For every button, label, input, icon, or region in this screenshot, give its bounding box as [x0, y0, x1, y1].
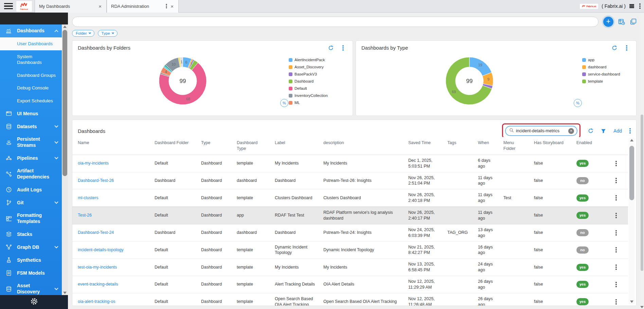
- window-kebab-icon[interactable]: [639, 5, 641, 7]
- sidebar-item-label: UI Menus: [17, 111, 58, 117]
- hamburger-menu-icon[interactable]: [4, 3, 13, 9]
- fabrix-logo[interactable]: Fabrix.ai: [16, 1, 32, 12]
- row-kebab-icon[interactable]: [607, 249, 625, 251]
- table-scrollbar[interactable]: [629, 138, 635, 304]
- copy-view-icon[interactable]: [630, 18, 637, 25]
- sidebar-item-stacks[interactable]: Stacks: [0, 228, 62, 241]
- sidebar-item-pipelines[interactable]: Pipelines: [0, 152, 62, 165]
- sidebar-item-ui-menus[interactable]: UI Menus: [0, 107, 62, 120]
- scroll-down-arrow-icon[interactable]: [63, 292, 67, 294]
- sidebar-item-datasets[interactable]: Datasets: [0, 120, 62, 133]
- legend-item-Default[interactable]: Default: [289, 86, 328, 90]
- scrollbar-thumb[interactable]: [641, 115, 643, 271]
- sidebar-subitem-user-dashboards[interactable]: User Dashboards: [0, 37, 62, 50]
- dashboard-name-link[interactable]: test-oia-my-incidents: [78, 265, 117, 270]
- scrollbar-thumb[interactable]: [629, 146, 634, 200]
- scroll-up-arrow-icon[interactable]: [630, 139, 633, 141]
- refresh-icon[interactable]: [612, 45, 617, 51]
- legend-item-InventoryCollection[interactable]: InventoryCollection: [289, 93, 328, 98]
- legend-item-Asset_Discovery[interactable]: Asset_Discovery: [289, 65, 328, 69]
- dashboard-name-link[interactable]: oia-my-incidents: [78, 161, 109, 166]
- dashboard-name-link[interactable]: incident-details-topology: [78, 247, 124, 252]
- dashboard-name-link[interactable]: Test-26: [78, 213, 92, 218]
- row-kebab-icon[interactable]: [607, 197, 625, 199]
- sidebar-settings-button[interactable]: [0, 295, 68, 309]
- cell-label: Alert Tracking Details: [269, 279, 318, 290]
- cell-when: 16 days ago: [472, 242, 498, 259]
- legend-item-dashboard[interactable]: dashboard: [582, 65, 620, 69]
- refresh-icon[interactable]: [328, 45, 334, 51]
- scheduled-view-icon[interactable]: [618, 18, 625, 25]
- row-kebab-icon[interactable]: [607, 284, 625, 285]
- cell-enabled: yes: [571, 293, 602, 306]
- legend-item-service-dashboard[interactable]: service-dashboard: [582, 72, 620, 76]
- filter-chip-type[interactable]: Type: [98, 30, 118, 37]
- sidebar-item-asset-discovery[interactable]: Asset Discovery: [0, 279, 62, 295]
- chevron-down-icon: [54, 286, 58, 290]
- dashboard-name-link[interactable]: event-tracking-details: [78, 282, 118, 287]
- row-kebab-icon[interactable]: [607, 232, 625, 234]
- sidebar-item-fsm-models[interactable]: FSM Models: [0, 267, 62, 279]
- legend-item-app[interactable]: app: [582, 58, 620, 62]
- tab-kebab-icon[interactable]: [166, 5, 167, 6]
- scroll-down-arrow-icon[interactable]: [640, 306, 644, 308]
- dashboard-name-link[interactable]: Dashboard-Test-26: [78, 178, 114, 183]
- sidebar-item-graph-db[interactable]: Graph DB: [0, 241, 62, 254]
- table-search-input[interactable]: [516, 128, 566, 133]
- row-kebab-icon[interactable]: [607, 163, 625, 164]
- percent-toggle-button[interactable]: %: [574, 99, 582, 107]
- card-kebab-icon[interactable]: [342, 47, 344, 49]
- sidebar-subitem-dashboard-groups[interactable]: Dashboard Groups: [0, 69, 62, 82]
- sidebar-item-persistent-streams[interactable]: Persistent Streams: [0, 133, 62, 152]
- row-kebab-icon[interactable]: [607, 180, 625, 181]
- column-header-menu-folder: Menu Folder: [498, 137, 529, 155]
- dashboard-name-link[interactable]: Dashboard-Test-24: [78, 230, 114, 235]
- table-row: Dashboard-Test-24DashboardDashboarddashb…: [72, 224, 628, 242]
- legend-item-Dashboard[interactable]: Dashboard: [289, 79, 328, 83]
- cell-folder: Default: [149, 192, 196, 204]
- sidebar-scrollbar[interactable]: [62, 24, 68, 295]
- percent-toggle-button[interactable]: %: [280, 99, 288, 107]
- close-icon[interactable]: ×: [170, 3, 174, 9]
- global-search-input[interactable]: [72, 17, 598, 27]
- sidebar-subitem-debug-console[interactable]: Debug Console: [0, 82, 62, 95]
- row-kebab-icon[interactable]: [607, 301, 625, 303]
- tab-my-dashboards[interactable]: My Dashboards ×: [35, 0, 107, 13]
- sidebar-item-git[interactable]: Git: [0, 196, 62, 209]
- scrollbar-thumb[interactable]: [62, 30, 67, 176]
- tab-rda-administration[interactable]: RDA Administration ×: [107, 0, 179, 13]
- table-kebab-icon[interactable]: [629, 130, 631, 132]
- legend-swatch: [289, 101, 292, 105]
- filter-funnel-icon[interactable]: [601, 128, 606, 134]
- add-new-button[interactable]: +: [603, 17, 613, 27]
- sidebar-subitem-system-dashboards[interactable]: System Dashboards: [0, 50, 62, 69]
- sidebar-item-artifact-dependencies[interactable]: Artifact Dependencies: [0, 165, 62, 183]
- legend-item-BasePackV3[interactable]: BasePackV3: [289, 72, 328, 76]
- sidebar-subitem-export-schedules[interactable]: Export Schedules: [0, 95, 62, 107]
- row-kebab-icon[interactable]: [607, 267, 625, 268]
- sidebar-item-dashboards[interactable]: Dashboards: [0, 24, 62, 37]
- refresh-icon[interactable]: [588, 128, 593, 134]
- dashboard-name-link[interactable]: ml-clusters: [78, 195, 98, 200]
- scroll-down-arrow-icon[interactable]: [630, 301, 633, 303]
- dashboard-name-link[interactable]: oia-alert-tracking-os: [78, 299, 115, 304]
- sidebar-item-synthetics[interactable]: Synthetics: [0, 254, 62, 267]
- legend-item-ML[interactable]: ML: [289, 101, 328, 105]
- server-stack-icon[interactable]: [629, 3, 634, 9]
- legend-item-template[interactable]: template: [582, 79, 620, 83]
- close-icon[interactable]: ×: [98, 3, 102, 9]
- cell-description: My Incidents: [318, 262, 403, 273]
- sidebar-item-audit-logs[interactable]: Audit Logs: [0, 183, 62, 196]
- cell-tags: [442, 178, 472, 183]
- row-kebab-icon[interactable]: [607, 215, 625, 216]
- page-scrollbar[interactable]: [640, 13, 644, 309]
- filter-chip-folder[interactable]: Folder: [72, 30, 94, 37]
- clear-search-icon[interactable]: ×: [568, 128, 574, 134]
- column-header-actions: [602, 137, 628, 155]
- card-kebab-icon[interactable]: [626, 47, 627, 49]
- sidebar-item-formatting-templates[interactable]: Formatting Templates: [0, 209, 62, 228]
- legend-item-AlertIncidentPack[interactable]: AlertIncidentPack: [289, 58, 328, 62]
- enabled-badge: yes: [576, 194, 589, 202]
- scroll-up-arrow-icon[interactable]: [63, 25, 67, 28]
- add-button[interactable]: Add: [613, 128, 622, 134]
